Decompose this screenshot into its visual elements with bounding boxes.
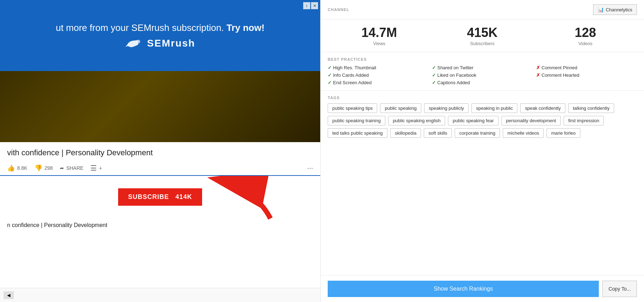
tags-section: TAGS public speaking tipspublic speaking…	[321, 91, 644, 275]
ad-banner: i ✕ ut more from your SEMrush subscripti…	[0, 0, 320, 71]
practice-label: Info Cards Added	[333, 72, 369, 78]
svg-point-0	[137, 40, 140, 43]
best-practices-section: BEST PRACTICES ✓ High Res. Thumbnail✓ Sh…	[321, 52, 644, 91]
tag-pill[interactable]: public speaking fear	[448, 116, 498, 125]
stat-subscribers: 415K Subscribers	[431, 25, 534, 46]
tag-pill[interactable]: corporate training	[455, 128, 500, 138]
like-count: 8.8K	[17, 165, 27, 171]
tag-pill[interactable]: speak confidently	[520, 103, 565, 113]
tag-pill[interactable]: ted talks public speaking	[328, 128, 387, 138]
ad-controls: i ✕	[303, 2, 318, 9]
channel-subtitle: n confidence | Personality Development	[0, 219, 320, 232]
chart-icon: 📊	[598, 7, 604, 12]
practice-label: End Screen Added	[333, 80, 371, 85]
practice-label: Comment Hearted	[542, 72, 579, 78]
add-label: +	[99, 165, 102, 171]
practice-item: ✗ Comment Hearted	[536, 72, 637, 78]
practices-grid: ✓ High Res. Thumbnail✓ Shared on Twitter…	[328, 65, 637, 85]
tag-pill[interactable]: public speaking english	[388, 116, 445, 125]
stat-views: 14.7M Views	[328, 25, 431, 46]
tag-pill[interactable]: personality development	[501, 116, 561, 125]
dislike-count: 298	[44, 165, 53, 171]
subscribers-value: 415K	[431, 25, 534, 40]
tag-pill[interactable]: skillopedia	[390, 128, 421, 138]
video-player[interactable]	[0, 71, 320, 142]
tag-pill[interactable]: soft skills	[424, 128, 452, 138]
semrush-brand: SEMrush	[147, 38, 195, 49]
like-button[interactable]: 👍 8.8K	[7, 164, 27, 172]
right-bottom-actions: Show Search Rankings Copy To...	[321, 275, 644, 302]
practice-item: ✓ Liked on Facebook	[432, 72, 533, 78]
video-title: vith confidence | Personality Developmen…	[7, 148, 313, 158]
subscribe-label: SUBSCRIBE	[128, 193, 169, 200]
more-options-button[interactable]: ···	[307, 164, 313, 172]
practice-item: ✓ Info Cards Added	[328, 72, 428, 78]
bottom-bar: ◀	[0, 288, 320, 302]
tag-pill[interactable]: public speaking training	[328, 116, 385, 125]
stat-videos: 128 Videos	[534, 25, 637, 46]
practice-label: Captions Added	[437, 80, 470, 85]
practice-item: ✓ Shared on Twitter	[432, 65, 533, 70]
tag-pill[interactable]: talking confidently	[568, 103, 614, 113]
videos-label: Videos	[534, 41, 637, 46]
practice-label: Liked on Facebook	[437, 72, 476, 78]
practice-label: High Res. Thumbnail	[333, 65, 376, 70]
share-label: SHARE	[66, 165, 83, 171]
semrush-logo: SEMrush	[125, 38, 195, 49]
right-panel: CHANNEL 📊 Channelytics 14.7M Views 415K …	[320, 0, 644, 302]
cross-icon: ✗	[536, 65, 540, 70]
ad-text: ut more from your SEMrush subscription. …	[56, 22, 265, 33]
practice-item: ✓ End Screen Added	[328, 80, 428, 85]
tags-grid: public speaking tipspublic speakingspeak…	[328, 103, 637, 138]
videos-value: 128	[534, 25, 637, 40]
subscriber-count: 414K	[175, 193, 192, 200]
practice-item: ✓ Captions Added	[432, 80, 533, 85]
scroll-button[interactable]: ◀	[4, 291, 14, 299]
subscribe-button[interactable]: SUBSCRIBE 414K	[118, 188, 202, 206]
more-icon: ···	[307, 164, 313, 172]
add-to-button[interactable]: ☰ +	[90, 164, 102, 172]
semrush-ad-content: ut more from your SEMrush subscription. …	[56, 0, 265, 71]
tag-pill[interactable]: public speaking tips	[328, 103, 377, 113]
views-label: Views	[328, 41, 431, 46]
cross-icon: ✗	[536, 72, 540, 78]
check-icon: ✓	[432, 65, 436, 70]
check-icon: ✓	[328, 72, 332, 78]
channelytics-button[interactable]: 📊 Channelytics	[593, 4, 637, 15]
share-button[interactable]: ➦ SHARE	[60, 165, 83, 171]
check-icon: ✓	[432, 80, 436, 85]
tags-label: TAGS	[328, 96, 637, 100]
check-icon: ✓	[432, 72, 436, 78]
share-icon: ➦	[60, 165, 64, 171]
actions-bar: 👍 8.8K 👎 298 ➦ SHARE ☰ + ···	[0, 161, 320, 176]
tag-pill[interactable]: speaking publicly	[424, 103, 469, 113]
dislike-icon: 👎	[35, 164, 42, 172]
left-panel: i ✕ ut more from your SEMrush subscripti…	[0, 0, 320, 302]
tag-pill[interactable]: michelle videos	[503, 128, 544, 138]
check-icon: ✓	[328, 65, 332, 70]
like-icon: 👍	[7, 164, 15, 172]
right-header: CHANNEL 📊 Channelytics	[321, 0, 644, 20]
channelytics-label: Channelytics	[606, 7, 632, 12]
stats-row: 14.7M Views 415K Subscribers 128 Videos	[321, 20, 644, 52]
tag-pill[interactable]: public speaking	[380, 103, 421, 113]
practice-label: Comment Pinned	[542, 65, 577, 70]
tag-pill[interactable]: first impression	[564, 116, 604, 125]
add-icon: ☰	[90, 164, 97, 172]
views-value: 14.7M	[328, 25, 431, 40]
arrow-annotation	[206, 176, 278, 222]
dislike-button[interactable]: 👎 298	[35, 164, 53, 172]
subscribe-section: SUBSCRIBE 414K	[0, 176, 320, 219]
copy-to-button[interactable]: Copy To...	[602, 281, 637, 297]
practice-item: ✓ High Res. Thumbnail	[328, 65, 428, 70]
practice-label: Shared on Twitter	[437, 65, 474, 70]
practice-item: ✗ Comment Pinned	[536, 65, 637, 70]
subscribers-label: Subscribers	[431, 41, 534, 46]
ad-info-button[interactable]: i	[303, 2, 310, 9]
check-icon: ✓	[328, 80, 332, 85]
show-search-rankings-button[interactable]: Show Search Rankings	[328, 281, 599, 297]
tag-pill[interactable]: speaking in public	[471, 103, 517, 113]
video-title-section: vith confidence | Personality Developmen…	[0, 142, 320, 161]
tag-pill[interactable]: marie forleo	[547, 128, 580, 138]
ad-close-button[interactable]: ✕	[311, 2, 318, 9]
